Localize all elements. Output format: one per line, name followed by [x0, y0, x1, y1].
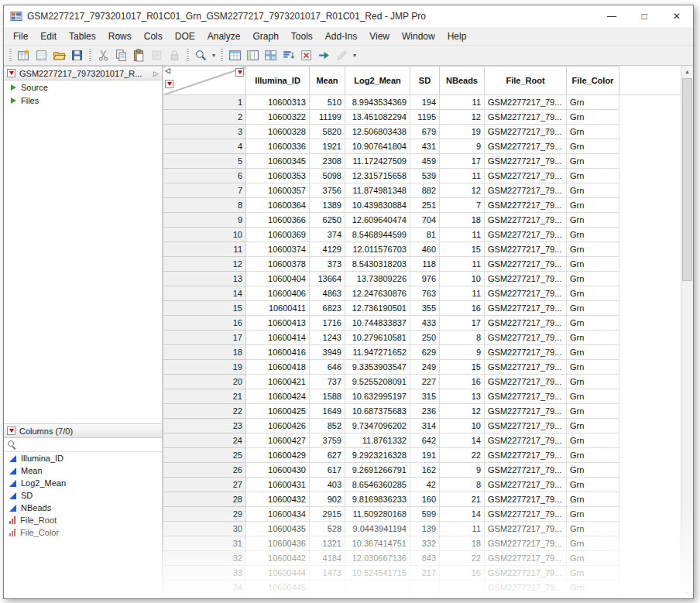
cell[interactable]: GSM2277217_79... [485, 375, 567, 389]
cell[interactable]: Grn [567, 360, 619, 375]
cell[interactable]: 10600366 [246, 213, 310, 228]
cell[interactable]: 11 [440, 169, 485, 183]
red-triangle-menu-icon[interactable] [7, 69, 15, 77]
cell[interactable]: GSM2277217_79... [485, 389, 567, 404]
row-number[interactable]: 31 [163, 536, 246, 551]
cell[interactable]: GSM2277217_79... [485, 463, 567, 478]
data-table-view-icon[interactable] [226, 46, 244, 64]
sidebar-item-source[interactable]: Source [4, 81, 162, 94]
cell[interactable]: 250 [410, 331, 440, 345]
row-number[interactable]: 8 [163, 198, 246, 213]
cell[interactable]: GSM2277217_79... [485, 95, 567, 110]
row-number[interactable]: 17 [163, 331, 246, 345]
cell[interactable]: 10600444 [246, 566, 310, 581]
cell[interactable]: 16 [440, 375, 485, 389]
column-header-illumina-id[interactable]: Illumina_ID [246, 67, 310, 95]
cell[interactable]: GSM2277217_79... [485, 154, 567, 169]
cell[interactable]: Grn [567, 507, 619, 522]
cell[interactable]: 13664 [310, 272, 345, 286]
cell[interactable]: 10.524541715 [345, 566, 410, 581]
cell[interactable]: 433 [410, 316, 440, 331]
cell[interactable]: GSM2277217_79... [485, 272, 567, 286]
column-header-file-color[interactable]: File_Color [567, 67, 619, 95]
column-item-file-color[interactable]: File_Color [4, 526, 162, 539]
rows-menu-icon[interactable] [165, 80, 173, 88]
cell[interactable]: 10 [440, 419, 485, 433]
cell[interactable]: 10600418 [246, 360, 310, 375]
cell[interactable]: 14 [440, 433, 485, 448]
cell[interactable]: 6823 [310, 301, 345, 316]
run-script-icon[interactable] [315, 46, 333, 64]
cell[interactable]: 355 [410, 301, 440, 316]
menu-edit[interactable]: Edit [34, 29, 63, 44]
cell[interactable]: Grn [567, 183, 619, 198]
cell[interactable]: Grn [567, 375, 619, 389]
cell[interactable]: 10.367414751 [345, 536, 410, 551]
cell[interactable]: GSM2277217_79... [485, 316, 567, 331]
column-item-log2-mean[interactable]: Log2_Mean [4, 477, 162, 489]
cell[interactable]: 4129 [310, 242, 345, 257]
cell[interactable]: 15 [440, 242, 485, 257]
cell[interactable]: 14 [440, 507, 485, 522]
table-corner[interactable]: ◁ [163, 67, 246, 95]
cell[interactable]: 10600432 [246, 492, 310, 507]
cell[interactable]: 6250 [310, 213, 345, 228]
cell[interactable]: 42 [410, 478, 440, 492]
cell[interactable]: 11.947271652 [345, 345, 410, 360]
row-number[interactable]: 33 [163, 566, 246, 581]
cell[interactable]: Grn [567, 492, 619, 507]
cell[interactable]: Grn [567, 110, 619, 125]
cell[interactable]: 191 [410, 448, 440, 463]
cell[interactable]: 8 [440, 331, 485, 345]
collapse-panel-icon[interactable]: ◁ [165, 67, 170, 74]
cell[interactable]: GSM2277217_79... [485, 433, 567, 448]
cell[interactable]: 2308 [310, 154, 345, 169]
column-item-file-root[interactable]: File_Root [4, 514, 162, 526]
menu-rows[interactable]: Rows [102, 29, 138, 44]
cell[interactable] [345, 581, 410, 595]
cell[interactable]: 22 [440, 551, 485, 566]
cell[interactable]: 10 [440, 272, 485, 286]
cell[interactable] [410, 581, 440, 595]
cell[interactable]: 10600404 [246, 272, 310, 286]
cell[interactable]: 679 [410, 125, 440, 139]
cell[interactable]: 9.2923216328 [345, 448, 410, 463]
cell[interactable]: 3949 [310, 345, 345, 360]
cell[interactable]: Grn [567, 331, 619, 345]
cell[interactable]: 642 [410, 433, 440, 448]
cell[interactable]: 194 [410, 95, 440, 110]
cell[interactable]: 22 [440, 448, 485, 463]
row-number[interactable]: 34 [163, 581, 246, 595]
cell[interactable]: Grn [567, 316, 619, 331]
cell[interactable]: 315 [410, 389, 440, 404]
clear-icon[interactable] [297, 46, 315, 64]
column-item-illumina-id[interactable]: Illumina_ID [4, 452, 162, 464]
cell[interactable]: 646 [310, 360, 345, 375]
new-data-table-icon[interactable] [15, 46, 33, 64]
cell[interactable]: 1243 [310, 331, 345, 345]
row-number[interactable]: 6 [163, 169, 246, 183]
cell[interactable]: 10600357 [246, 183, 310, 198]
cell[interactable]: 19 [440, 125, 485, 139]
row-number[interactable]: 9 [163, 213, 246, 228]
column-header-file-root[interactable]: File_Root [485, 67, 567, 95]
cell[interactable]: Grn [567, 345, 619, 360]
cell[interactable]: 18 [440, 536, 485, 551]
cell[interactable]: 9 [440, 463, 485, 478]
disclosure-triangle-icon[interactable] [11, 84, 16, 91]
cell[interactable]: GSM2277217_79... [485, 507, 567, 522]
row-number[interactable]: 15 [163, 301, 246, 316]
cell[interactable]: 10600313 [246, 95, 310, 110]
cell[interactable]: 10600429 [246, 448, 310, 463]
cell[interactable]: 10600416 [246, 345, 310, 360]
cell[interactable]: 704 [410, 213, 440, 228]
cell[interactable]: 629 [410, 345, 440, 360]
cell[interactable]: 10600425 [246, 404, 310, 419]
cell[interactable]: 1921 [310, 139, 345, 154]
cell[interactable]: 227 [410, 375, 440, 389]
row-number[interactable]: 18 [163, 345, 246, 360]
cell[interactable]: 11 [440, 286, 485, 301]
column-header-sd[interactable]: SD [410, 67, 440, 95]
scrollbar-thumb[interactable] [682, 78, 692, 281]
cell[interactable]: Grn [567, 272, 619, 286]
